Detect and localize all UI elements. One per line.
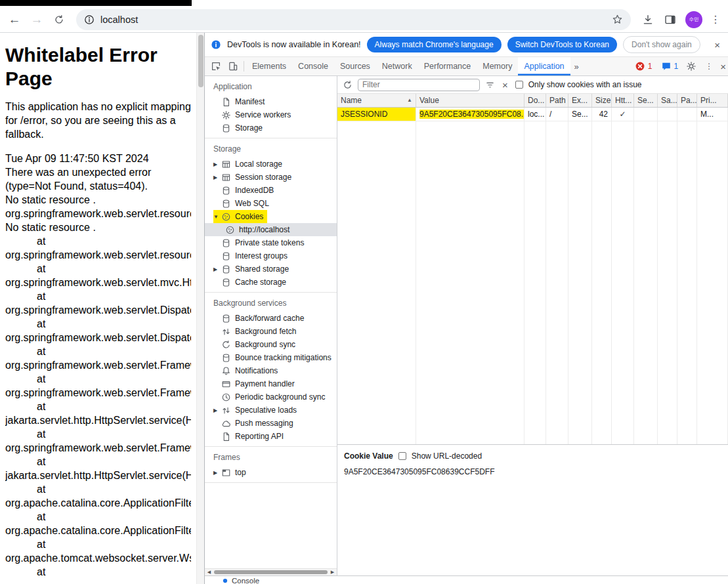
cookie-samesite-cell[interactable] bbox=[658, 108, 677, 121]
more-tabs-button[interactable]: » bbox=[570, 57, 583, 75]
address-bar[interactable]: localhost bbox=[76, 9, 631, 30]
sidebar-item-storage[interactable]: Storage bbox=[205, 121, 337, 135]
sidebar-item-background-fetch[interactable]: Background fetch bbox=[205, 325, 337, 338]
only-issue-checkbox[interactable] bbox=[515, 81, 523, 89]
clear-cookies-icon[interactable]: × bbox=[500, 79, 510, 91]
cookie-priority-cell[interactable]: M... bbox=[697, 108, 728, 121]
sidebar-item-background-sync[interactable]: Background sync bbox=[205, 338, 337, 351]
infobar-close-icon[interactable]: × bbox=[712, 39, 722, 51]
sidebar-item-payment-handler[interactable]: Payment handler bbox=[205, 377, 337, 390]
sidebar-item-private-state-tokens[interactable]: Private state tokens bbox=[205, 236, 337, 249]
sidebar-item-notifications[interactable]: Notifications bbox=[205, 364, 337, 377]
issues-badge[interactable]: 1 bbox=[657, 61, 683, 72]
refresh-cookies-icon[interactable] bbox=[343, 80, 353, 90]
browser-menu-button[interactable]: ⋮ bbox=[707, 13, 724, 26]
cookie-httponly-cell[interactable]: ✓ bbox=[612, 108, 634, 121]
tab-memory[interactable]: Memory bbox=[477, 57, 518, 75]
sidebar-item-periodic-background-sync[interactable]: Periodic background sync bbox=[205, 390, 337, 404]
sidebar-item-back-forward-cache[interactable]: Back/forward cache bbox=[205, 312, 337, 325]
tree-collapsed-icon[interactable]: ▶ bbox=[213, 161, 221, 167]
filter-icon[interactable] bbox=[485, 80, 495, 90]
sidebar-item-top-frame[interactable]: ▶ top bbox=[205, 466, 337, 479]
downloads-button[interactable] bbox=[637, 9, 658, 30]
cookie-size-cell[interactable]: 42 bbox=[592, 108, 612, 121]
sidebar-item-shared-storage[interactable]: ▶ Shared storage bbox=[205, 262, 337, 276]
tree-expanded-icon[interactable]: ▼ bbox=[213, 214, 221, 220]
sidebar-item-manifest[interactable]: Manifest bbox=[205, 95, 337, 108]
cookie-expires-cell[interactable]: Se... bbox=[568, 108, 592, 121]
device-toolbar-button[interactable] bbox=[225, 57, 242, 75]
column-header-samesite[interactable]: Sa... bbox=[658, 94, 677, 107]
column-header-size[interactable]: Size bbox=[592, 94, 612, 107]
column-header-domain[interactable]: Do... bbox=[525, 94, 546, 107]
sidebar-item-speculative-loads[interactable]: ▶ Speculative loads bbox=[205, 404, 337, 417]
tree-collapsed-icon[interactable]: ▶ bbox=[213, 470, 221, 476]
scrollbar-thumb[interactable] bbox=[214, 570, 328, 574]
cookie-path-cell[interactable]: / bbox=[546, 108, 568, 121]
sidebar-item-push-messaging[interactable]: Push messaging bbox=[205, 417, 337, 430]
forward-button[interactable]: → bbox=[26, 9, 47, 30]
sidebar-item-local-storage[interactable]: ▶ Local storage bbox=[205, 157, 337, 171]
sidebar-item-service-workers[interactable]: Service workers bbox=[205, 108, 337, 121]
tab-performance[interactable]: Performance bbox=[418, 57, 477, 75]
tree-collapsed-icon[interactable]: ▶ bbox=[213, 266, 221, 272]
scroll-left-icon[interactable]: ◀ bbox=[205, 569, 213, 575]
errors-badge[interactable]: 1 bbox=[631, 61, 656, 72]
reload-button[interactable] bbox=[49, 9, 70, 30]
sidebar-horizontal-scrollbar[interactable]: ◀ ▶ bbox=[205, 568, 337, 575]
tab-console[interactable]: Console bbox=[292, 57, 334, 75]
console-drawer[interactable]: Console bbox=[205, 575, 728, 584]
devtools-settings-button[interactable] bbox=[683, 61, 700, 72]
profile-avatar[interactable]: 수민 bbox=[685, 11, 702, 28]
bookmark-star-icon[interactable] bbox=[612, 14, 623, 25]
section-title: Background services bbox=[205, 293, 337, 312]
match-language-button[interactable]: Always match Chrome's language bbox=[367, 37, 502, 52]
devtools-menu-button[interactable]: ⋮ bbox=[700, 62, 717, 71]
show-url-decoded-checkbox[interactable] bbox=[398, 452, 406, 460]
scrollbar-thumb[interactable] bbox=[198, 35, 203, 87]
switch-devtools-korean-button[interactable]: Switch DevTools to Korean bbox=[507, 37, 617, 52]
dont-show-again-button[interactable]: Don't show again bbox=[623, 36, 700, 53]
column-header-secure[interactable]: Se... bbox=[634, 94, 658, 107]
tree-collapsed-icon[interactable]: ▶ bbox=[213, 407, 221, 413]
tab-network[interactable]: Network bbox=[376, 57, 418, 75]
page-info-icon[interactable] bbox=[84, 14, 95, 25]
sidebar-item-bounce-tracking[interactable]: Bounce tracking mitigations bbox=[205, 351, 337, 364]
sidebar-item-reporting-api[interactable]: Reporting API bbox=[205, 430, 337, 443]
page-vertical-scrollbar[interactable] bbox=[196, 33, 204, 584]
tree-collapsed-icon[interactable]: ▶ bbox=[213, 175, 221, 180]
scroll-right-icon[interactable]: ▶ bbox=[328, 569, 337, 575]
sidebar-item-cookies[interactable]: ▼ Cookies bbox=[205, 210, 337, 223]
tab-sources[interactable]: Sources bbox=[334, 57, 376, 75]
column-header-name[interactable]: Name▲ bbox=[337, 94, 416, 107]
item-label: Background fetch bbox=[235, 327, 296, 336]
cookie-secure-cell[interactable] bbox=[634, 108, 658, 121]
column-header-path[interactable]: Path bbox=[546, 94, 568, 107]
column-header-partition[interactable]: Pa... bbox=[677, 94, 697, 107]
tab-application[interactable]: Application bbox=[518, 57, 570, 75]
back-button[interactable]: ← bbox=[4, 9, 25, 30]
cookie-value-cell[interactable]: 9A5F20CE3647305095FC08... bbox=[416, 108, 525, 121]
column-header-priority[interactable]: Pri... bbox=[697, 94, 728, 107]
inspect-element-button[interactable] bbox=[207, 57, 225, 75]
cookie-partition-cell[interactable] bbox=[677, 108, 697, 121]
cookie-name-cell[interactable]: JSESSIONID bbox=[337, 108, 416, 121]
cookie-filter-input[interactable] bbox=[358, 79, 480, 91]
cookie-row-jsessionid[interactable]: JSESSIONID 9A5F20CE3647305095FC08... loc… bbox=[337, 108, 728, 121]
column-header-expires[interactable]: Ex... bbox=[568, 94, 592, 107]
cookie-domain-cell[interactable]: loc... bbox=[525, 108, 546, 121]
url-text[interactable]: localhost bbox=[100, 14, 138, 25]
sidebar-item-session-storage[interactable]: ▶ Session storage bbox=[205, 171, 337, 184]
column-header-value[interactable]: Value bbox=[416, 94, 525, 107]
side-panel-button[interactable] bbox=[660, 9, 681, 30]
cookies-table-empty-area bbox=[337, 121, 728, 444]
sidebar-item-web-sql[interactable]: Web SQL bbox=[205, 197, 337, 210]
column-header-httponly[interactable]: Htt... bbox=[612, 94, 634, 107]
devtools-close-icon[interactable]: × bbox=[718, 61, 728, 72]
tab-elements[interactable]: Elements bbox=[246, 57, 292, 75]
sidebar-item-cache-storage[interactable]: Cache storage bbox=[205, 276, 337, 289]
sidebar-item-indexeddb[interactable]: IndexedDB bbox=[205, 184, 337, 197]
sidebar-item-http-localhost[interactable]: http://localhost bbox=[205, 223, 337, 236]
database-icon bbox=[221, 251, 231, 261]
sidebar-item-interest-groups[interactable]: Interest groups bbox=[205, 249, 337, 262]
